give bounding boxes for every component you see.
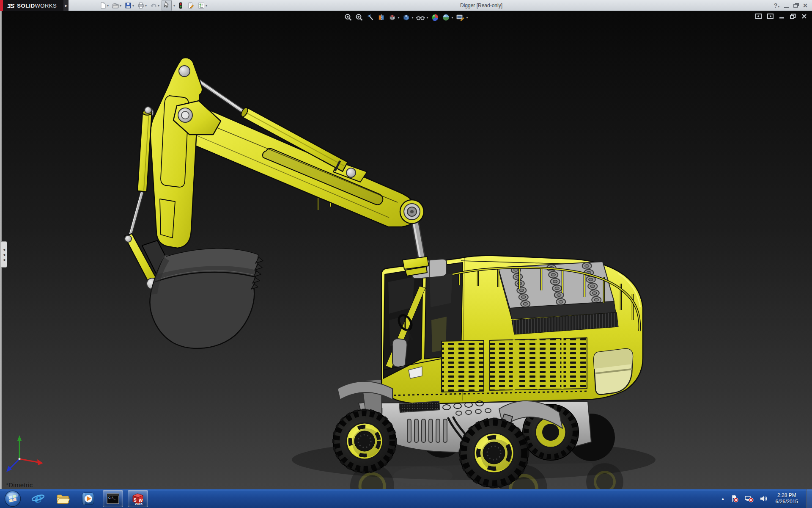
clock-time: 2:28 PM bbox=[776, 492, 798, 499]
taskbar-file-explorer[interactable] bbox=[53, 490, 73, 507]
chevron-left-icon: ◀ bbox=[3, 248, 5, 251]
solidworks-2015-icon: S W 2015 bbox=[131, 492, 145, 505]
headsup-view-toolbar: ▾ ▾ ▾ ▾ ▾ bbox=[344, 13, 468, 22]
brand-name: SOLIDWORKS bbox=[17, 3, 57, 9]
engine-grille-left bbox=[442, 340, 484, 392]
window-controls: ?▾ ✕ bbox=[774, 0, 808, 11]
appearance-sphere-icon bbox=[431, 13, 439, 22]
windows-start-icon bbox=[4, 490, 22, 508]
volume-icon[interactable] bbox=[759, 494, 768, 503]
new-document-icon bbox=[99, 2, 107, 9]
file-properties-button[interactable] bbox=[186, 1, 195, 10]
chevron-left-icon: ◀ bbox=[3, 258, 5, 261]
start-button[interactable] bbox=[3, 489, 22, 508]
zoom-to-area-icon bbox=[355, 13, 363, 22]
close-document-icon[interactable] bbox=[801, 14, 807, 19]
previous-view-button[interactable] bbox=[366, 13, 374, 22]
options-button[interactable]: ▾ bbox=[197, 1, 208, 10]
print-icon bbox=[137, 2, 145, 9]
print-button[interactable]: ▾ bbox=[136, 1, 148, 10]
open-document-button[interactable]: ▾ bbox=[111, 1, 122, 10]
action-center-flag-icon[interactable] bbox=[730, 494, 739, 503]
internet-explorer-icon: e bbox=[31, 492, 45, 505]
file-properties-icon bbox=[187, 2, 195, 9]
restore-document-icon[interactable] bbox=[790, 14, 796, 19]
system-tray: ▲ 2:28 PM 6/26/2015 bbox=[721, 489, 812, 508]
front-right-wheel bbox=[460, 419, 528, 487]
collapsed-panel-tab[interactable]: ◀ ◀ ◀ bbox=[1, 241, 7, 268]
document-window-controls bbox=[755, 14, 807, 19]
open-folder-icon bbox=[112, 2, 119, 9]
pane-toggle-left-icon[interactable] bbox=[755, 14, 762, 19]
options-checklist-icon bbox=[198, 2, 205, 9]
new-document-button[interactable]: ▾ bbox=[98, 1, 110, 10]
minimize-button[interactable] bbox=[784, 7, 789, 8]
edit-appearance-button[interactable] bbox=[431, 13, 439, 22]
chevron-left-icon: ◀ bbox=[3, 253, 5, 256]
svg-text:C:\_: C:\_ bbox=[108, 496, 116, 500]
rebuild-traffic-light-icon bbox=[177, 2, 184, 9]
driver-seat bbox=[392, 339, 407, 367]
3d-scene[interactable] bbox=[0, 11, 812, 489]
zoom-to-fit-button[interactable] bbox=[344, 13, 352, 22]
solidworks-logo: 3S SOLIDWORKS ▶ bbox=[0, 0, 69, 11]
graphics-viewport[interactable]: ▾ ▾ ▾ ▾ ▾ ◀ ◀ ◀ *Dimetric bbox=[0, 11, 812, 489]
ds-logo-icon: 3S bbox=[7, 2, 14, 9]
eyeglasses-icon bbox=[416, 13, 425, 22]
minimize-document-icon[interactable] bbox=[779, 14, 785, 19]
front-left-wheel bbox=[333, 410, 396, 472]
view-settings-icon bbox=[456, 13, 465, 22]
select-cursor-icon bbox=[162, 0, 171, 9]
clock-date: 6/26/2015 bbox=[776, 499, 798, 505]
apply-scene-icon bbox=[442, 13, 450, 22]
section-view-icon bbox=[377, 13, 385, 22]
close-button[interactable]: ✕ bbox=[803, 2, 808, 9]
menu-expand-arrow[interactable]: ▶ bbox=[63, 0, 69, 11]
select-cursor-button[interactable] bbox=[162, 0, 172, 11]
save-floppy-icon bbox=[124, 2, 132, 9]
apply-scene-button[interactable]: ▾ bbox=[442, 13, 453, 22]
view-settings-button[interactable]: ▾ bbox=[456, 13, 468, 22]
app-titlebar: 3S SOLIDWORKS ▶ ▾ ▾ ▾ ▾ ▾ ▾ ▾ bbox=[0, 0, 812, 11]
hide-show-items-button[interactable]: ▾ bbox=[416, 13, 428, 22]
brand-red-stripe bbox=[0, 0, 3, 11]
display-style-button[interactable]: ▾ bbox=[402, 13, 413, 22]
zoom-to-area-button[interactable] bbox=[355, 13, 363, 22]
taskbar-solidworks-2015[interactable]: S W 2015 bbox=[128, 490, 148, 507]
media-player-icon bbox=[81, 492, 95, 505]
svg-text:2015: 2015 bbox=[135, 502, 143, 505]
window-title: Digger [Read-only] bbox=[460, 0, 502, 11]
show-desktop-button[interactable] bbox=[806, 489, 812, 508]
main-toolbar: ▾ ▾ ▾ ▾ ▾ ▾ ▾ bbox=[98, 0, 208, 11]
zoom-to-fit-icon bbox=[344, 13, 352, 22]
windows-taskbar: e C:\_ bbox=[0, 489, 812, 508]
taskbar-command-prompt[interactable]: C:\_ bbox=[103, 490, 123, 507]
rebuild-button[interactable] bbox=[176, 1, 185, 10]
taskbar-media-player[interactable] bbox=[78, 490, 98, 507]
taskbar-items: e C:\_ bbox=[28, 490, 148, 507]
folder-icon bbox=[56, 492, 70, 505]
undo-button[interactable]: ▾ bbox=[149, 1, 160, 10]
tray-clock[interactable]: 2:28 PM 6/26/2015 bbox=[773, 492, 801, 505]
undo-icon bbox=[150, 2, 157, 9]
network-disconnected-icon[interactable] bbox=[744, 494, 754, 503]
view-orientation-button[interactable]: ▾ bbox=[388, 13, 399, 22]
view-orientation-icon bbox=[388, 13, 396, 22]
pane-toggle-right-icon[interactable] bbox=[767, 14, 774, 19]
save-button[interactable]: ▾ bbox=[123, 1, 135, 10]
restore-button[interactable] bbox=[793, 4, 798, 8]
help-button[interactable]: ?▾ bbox=[774, 2, 780, 9]
taskbar-internet-explorer[interactable]: e bbox=[28, 490, 48, 507]
command-prompt-icon: C:\_ bbox=[107, 493, 119, 504]
orientation-label: *Dimetric bbox=[6, 481, 33, 489]
previous-view-icon bbox=[366, 13, 374, 22]
engine-block bbox=[498, 262, 618, 334]
section-view-button[interactable] bbox=[377, 13, 385, 22]
show-hidden-icons-button[interactable]: ▲ bbox=[721, 497, 725, 501]
display-style-icon bbox=[402, 13, 410, 22]
